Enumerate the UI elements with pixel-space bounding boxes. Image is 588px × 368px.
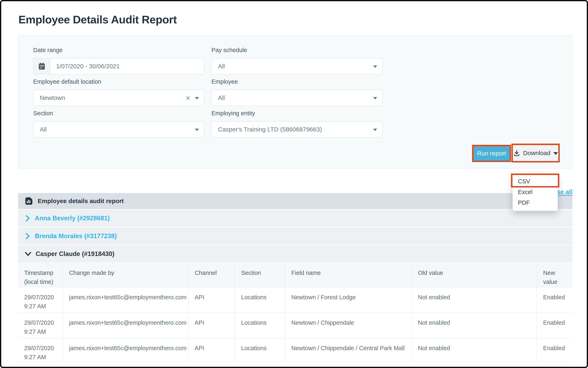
section-value: All (34, 126, 204, 133)
employee-group-label: Brenda Morales (#3177238) (35, 232, 117, 240)
table-row: 29/07/20209:27 AM james.nixon+test65c@em… (18, 287, 572, 313)
clear-location-button[interactable]: ✕ (186, 95, 190, 102)
cell-section: Locations (235, 313, 285, 338)
download-button-label: Download (523, 149, 550, 156)
cell-channel: API (188, 287, 235, 313)
cell-channel: API (188, 338, 235, 362)
employee-default-location-value: Newtown (34, 94, 204, 101)
chevron-right-icon (25, 233, 30, 239)
annotation-box-run-report: Run report (472, 145, 511, 162)
cell-field-name: Newtown / Chippendale (285, 313, 412, 338)
cell-new-value: Enabled (537, 338, 572, 362)
employee-label: Employee (211, 78, 383, 85)
cell-timestamp: 29/07/20209:27 AM (18, 313, 63, 338)
download-icon (513, 149, 520, 156)
chevron-down-icon (373, 129, 377, 131)
col-header-section: Section (235, 263, 285, 287)
pay-schedule-select[interactable]: All (211, 58, 383, 74)
run-report-button[interactable]: Run report (474, 146, 509, 161)
menu-item-pdf[interactable]: PDF (513, 197, 558, 208)
download-button[interactable]: Download (513, 145, 558, 161)
chevron-down-icon (195, 129, 199, 131)
menu-item-csv[interactable]: CSV (513, 176, 558, 187)
cell-old-value: Not enabled (412, 287, 537, 313)
date-range-field (33, 58, 204, 74)
cell-changed-by: james.nixon+test65c@employmenthero.com (63, 338, 188, 362)
employee-group-label: Casper Claude (#1918430) (36, 250, 114, 258)
date-range-input[interactable] (50, 63, 204, 70)
pay-schedule-value: All (212, 63, 382, 70)
employee-group-brenda-morales[interactable]: Brenda Morales (#3177238) (18, 228, 572, 245)
report-header-bar: Employee details audit report (18, 193, 572, 209)
pay-schedule-label: Pay schedule (211, 47, 383, 54)
date-range-label: Date range (33, 47, 204, 54)
cell-new-value: Enabled (537, 287, 572, 313)
employee-group-label: Anna Beverly (#2928681) (35, 215, 110, 222)
cell-field-name: Newtown / Forest Lodge (285, 287, 412, 313)
col-header-new-value: New value (537, 263, 572, 287)
chevron-down-icon (373, 97, 377, 100)
download-menu: CSV Excel PDF (513, 175, 558, 211)
employee-default-location-select[interactable]: Newtown ✕ (33, 90, 204, 106)
employee-value: All (212, 94, 382, 101)
col-header-changed-by: Change made by (63, 263, 188, 287)
employee-default-location-label: Employee default location (33, 78, 204, 85)
date-range-addon (34, 58, 50, 74)
employee-select[interactable]: All (211, 90, 383, 106)
cell-channel: API (188, 313, 235, 338)
cell-changed-by: james.nixon+test65c@employmenthero.com (63, 287, 188, 313)
cell-old-value: Not enabled (412, 313, 537, 338)
col-header-channel: Channel (188, 263, 235, 287)
page-title: Employee Details Audit Report (18, 13, 587, 26)
cell-timestamp: 29/07/20209:27 AM (18, 338, 63, 362)
report-section: Employee details audit report Anna Bever… (18, 193, 572, 362)
section-label: Section (33, 110, 204, 117)
menu-item-excel[interactable]: Excel (513, 187, 558, 197)
col-header-field-name: Field name (285, 263, 412, 287)
employee-group-anna-beverly[interactable]: Anna Beverly (#2928681) (18, 210, 572, 227)
cell-section: Locations (235, 338, 285, 362)
cell-new-value: Enabled (537, 313, 572, 338)
caret-down-icon (553, 152, 558, 155)
calendar-icon (38, 62, 45, 70)
audit-table-header-row: Timestamp (local time) Change made by Ch… (18, 263, 572, 287)
report-chart-doc-icon (24, 196, 33, 205)
chevron-down-icon (373, 65, 377, 68)
col-header-old-value: Old value (412, 263, 537, 287)
annotation-box-download: Download (511, 144, 560, 163)
table-row: 29/07/20209:27 AM james.nixon+test65c@em… (18, 338, 572, 362)
audit-table: Timestamp (local time) Change made by Ch… (18, 263, 572, 362)
employing-entity-label: Employing entity (211, 110, 383, 117)
filter-panel: Date range (18, 35, 572, 169)
chevron-right-icon (25, 215, 30, 221)
cell-old-value: Not enabled (412, 338, 537, 362)
chevron-down-icon (195, 97, 199, 100)
report-title: Employee details audit report (38, 198, 124, 204)
cell-field-name: Newtown / Chippendale / Central Park Mal… (285, 338, 412, 362)
cell-timestamp: 29/07/20209:27 AM (18, 287, 63, 313)
table-row: 29/07/20209:27 AM james.nixon+test65c@em… (18, 313, 572, 338)
app-window: Employee Details Audit Report Date range (1, 13, 587, 368)
chevron-down-icon (25, 251, 31, 257)
screenshot-frame: Employee Details Audit Report Date range (0, 0, 588, 368)
cell-section: Locations (235, 287, 285, 313)
cell-changed-by: james.nixon+test65c@employmenthero.com (63, 313, 188, 338)
employing-entity-value: Casper's Training LTD (58606879663) (212, 126, 382, 133)
employee-group-casper-claude[interactable]: Casper Claude (#1918430) (18, 245, 572, 263)
col-header-timestamp: Timestamp (local time) (18, 263, 63, 287)
section-select[interactable]: All (33, 121, 204, 138)
employing-entity-select[interactable]: Casper's Training LTD (58606879663) (211, 121, 383, 138)
